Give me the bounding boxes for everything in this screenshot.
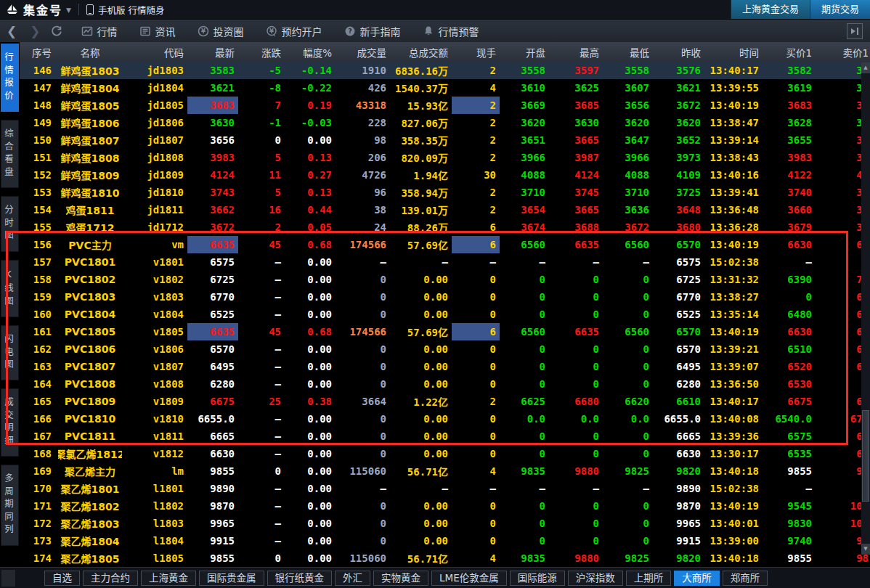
refresh-button[interactable] xyxy=(50,25,63,38)
expand-panel-icon[interactable] xyxy=(847,23,863,39)
cell: 鲜鸡蛋1810 xyxy=(58,184,122,201)
table-row[interactable]: 150鲜鸡蛋1807jd1807365600.0098358.35万236513… xyxy=(20,131,870,149)
table-row[interactable]: 156PVC主力vm6635450.6817456657.69亿66560663… xyxy=(20,236,870,253)
cell: -1 xyxy=(238,114,285,131)
toolbar-item-quotes[interactable]: 行情 xyxy=(81,24,118,38)
toolbar-item-beginner-guide[interactable]: ?新手指南 xyxy=(344,24,401,38)
column-header-3[interactable]: 最新 xyxy=(187,42,238,62)
table-row[interactable]: 166PVC1810v18106655.0—0.0000.0000.00.00.… xyxy=(20,410,870,428)
cell: 鲜鸡蛋1804 xyxy=(58,79,122,97)
table-row[interactable]: 171聚乙烯1802l18029870—0.0000.000000987013:… xyxy=(20,497,870,515)
cell: 157 xyxy=(20,253,58,271)
shanghai-gold-trade-button[interactable]: 上海黄金交易 xyxy=(731,0,810,19)
chevron-down-icon[interactable]: ▼ xyxy=(66,7,71,14)
sidebar-item-quote-list[interactable]: 行情报价 xyxy=(1,44,19,112)
table-row[interactable]: 168聚氯乙烯1812v18126630—0.0000.000000663013… xyxy=(20,445,870,462)
table-row[interactable]: 149鲜鸡蛋1806jd18063630-1-0.03228827.06万236… xyxy=(20,114,870,131)
column-header-2[interactable]: 代码 xyxy=(122,42,187,62)
table-row[interactable]: 152鲜鸡蛋1809jd18094124110.2747261.94亿30408… xyxy=(20,166,870,184)
column-header-8[interactable]: 现手 xyxy=(452,42,500,62)
table-row[interactable]: 153鲜鸡蛋1810jd1810374350.1396358.94万237103… xyxy=(20,184,870,201)
mobile-version-label[interactable]: 手机版 行情随身 xyxy=(98,3,164,17)
table-row[interactable]: 147鲜鸡蛋1804jd18043621-8-0.224261540.37万43… xyxy=(20,79,870,97)
bottom-tab-bank-paper-gold[interactable]: 银行纸黄金 xyxy=(267,571,333,586)
bottom-tab-intl-energy[interactable]: 国际能源 xyxy=(510,571,565,586)
scroll-up-icon[interactable]: ▲ xyxy=(861,62,870,73)
sidebar-item-flash-chart[interactable]: 闪电图 xyxy=(1,325,19,381)
table-row[interactable]: 163PVC1807v18076495—0.0000.000000649513:… xyxy=(20,358,870,375)
cell: — xyxy=(238,306,285,323)
bottom-tab-intl-precious-metals[interactable]: 国际贵金属 xyxy=(199,571,264,586)
sidebar-item-multi-period[interactable]: 多周期同列 xyxy=(1,465,19,546)
cell: — xyxy=(238,271,285,288)
table-row[interactable]: 148鲜鸡蛋1805jd1805368370.194331815.93亿2366… xyxy=(20,97,870,114)
bottom-tab-dce[interactable]: 大商所 xyxy=(674,571,720,586)
vertical-scrollbar-thumb[interactable] xyxy=(862,410,869,502)
table-row[interactable]: 172聚乙烯1803l18039965—0.0000.000000996513:… xyxy=(20,515,870,532)
bottom-tab-forex[interactable]: 外汇 xyxy=(335,571,370,586)
table-row[interactable]: 164PVC1808v18086280—0.0000.000000628013:… xyxy=(20,375,870,393)
cell: 13:39:41 xyxy=(704,184,763,201)
table-row[interactable]: 157PVC1801v18016575—0.00——————657515:02:… xyxy=(20,253,870,271)
futures-trade-button[interactable]: 期货交易 xyxy=(810,0,870,19)
sidebar-item-kline-chart[interactable]: K线图 xyxy=(1,260,19,317)
bottom-tab-watchlist[interactable]: 自选 xyxy=(44,571,80,586)
cell: 13:38:27 xyxy=(704,288,763,306)
toolbar-item-invest-circle[interactable]: ¥投资圈 xyxy=(198,24,244,38)
sidebar-item-time-chart[interactable]: 分时图 xyxy=(1,196,19,252)
bottom-tab-physical-gold[interactable]: 实物黄金 xyxy=(373,571,428,586)
column-header-7[interactable]: 总成交额 xyxy=(390,42,452,62)
forward-button[interactable]: ❯ xyxy=(23,24,46,38)
table-row[interactable]: 169聚乙烯主力lm985500.0011506056.71亿498359880… xyxy=(20,462,870,480)
column-header-12[interactable]: 昨收 xyxy=(653,42,704,62)
vertical-scrollbar[interactable]: ▲ ▼ xyxy=(861,62,870,555)
back-button[interactable]: ❮ xyxy=(0,24,23,38)
table-row[interactable]: 158PVC1802v18026725—0.0000.000000672513:… xyxy=(20,271,870,288)
table-row[interactable]: 165PVC1809v18096675250.3836641.22亿266256… xyxy=(20,393,870,410)
bottom-tab-shfe[interactable]: 上期所 xyxy=(626,571,672,586)
table-row[interactable]: 155鸡蛋1712jd1712367220.052488.26万63674368… xyxy=(20,219,870,236)
table-row[interactable]: 167PVC1811v18116665—0.0000.000000666513:… xyxy=(20,428,870,445)
table-row[interactable]: 159PVC1803v18036770—0.0000.000000677013:… xyxy=(20,288,870,306)
table-row[interactable]: 160PVC1804v18046525—0.0000.000000652513:… xyxy=(20,306,870,323)
bottom-tab-main-contracts[interactable]: 主力合约 xyxy=(83,571,138,586)
column-header-11[interactable]: 最低 xyxy=(603,42,653,62)
table-row[interactable]: 173聚乙烯1804l18049915—0.0000.000000991513:… xyxy=(20,532,870,550)
cell: 5 xyxy=(238,184,285,201)
column-header-9[interactable]: 开盘 xyxy=(500,42,549,62)
column-header-14[interactable]: 买价1 xyxy=(763,42,816,62)
toolbar-item-open-account[interactable]: ¥预约开户 xyxy=(266,24,322,38)
column-header-6[interactable]: 成交量 xyxy=(336,42,390,62)
table-row[interactable]: 161PVC1805v18056635450.6817456657.69亿665… xyxy=(20,323,870,340)
column-header-5[interactable]: 幅度% xyxy=(285,42,336,62)
table-row[interactable]: 170聚乙烯1801l18019890—0.00——————989015:02:… xyxy=(20,480,870,497)
table-row[interactable]: 146鲜鸡蛋1803jd18033583-5-0.1419106836.16万2… xyxy=(20,62,870,79)
cell: 820.09万 xyxy=(390,149,452,166)
bottom-tab-shanghai-gold[interactable]: 上海黄金 xyxy=(141,571,196,586)
column-header-4[interactable]: 涨跌 xyxy=(238,42,285,62)
cell: 3648 xyxy=(653,201,704,219)
sidebar-item-trade-detail[interactable]: 成交明细 xyxy=(1,388,19,457)
toolbar-item-quote-alert[interactable]: 行情预警 xyxy=(423,24,479,38)
bottom-tab-czce[interactable]: 郑商所 xyxy=(723,571,768,586)
table-row[interactable]: 174聚乙烯1805l1805985500.0011506056.71亿4983… xyxy=(20,550,870,567)
column-header-0[interactable]: 序号 xyxy=(20,42,58,62)
column-header-13[interactable]: 时间 xyxy=(704,42,763,62)
sidebar-item-overview-board[interactable]: 综合看盘 xyxy=(1,120,19,188)
bottom-tab-lme-metals[interactable]: LME伦敦金属 xyxy=(431,571,507,586)
cell: 3558 xyxy=(500,62,549,79)
scroll-down-icon[interactable]: ▼ xyxy=(861,544,870,555)
table-row[interactable]: 162PVC1806v18066570—0.0000.000000657013:… xyxy=(20,340,870,358)
cell: 3683 xyxy=(187,97,238,114)
column-header-15[interactable]: 卖价1 xyxy=(816,42,870,62)
bottom-tab-hushen-index[interactable]: 沪深指数 xyxy=(568,571,623,586)
cell: 6525 xyxy=(653,306,704,323)
toolbar-items: 行情资讯¥投资圈¥预约开户?新手指南行情预警 xyxy=(70,24,490,38)
table-row[interactable]: 154鸡蛋1811jd18113662160.4438139.01万236543… xyxy=(20,201,870,219)
table-row[interactable]: 151鲜鸡蛋1808jd1808398350.13206820.09万23966… xyxy=(20,149,870,166)
toolbar-item-news[interactable]: 资讯 xyxy=(139,24,176,38)
cell: 13:40:17 xyxy=(704,62,763,79)
column-header-1[interactable]: 名称 xyxy=(58,42,122,62)
cell: — xyxy=(390,480,452,497)
column-header-10[interactable]: 最高 xyxy=(549,42,603,62)
